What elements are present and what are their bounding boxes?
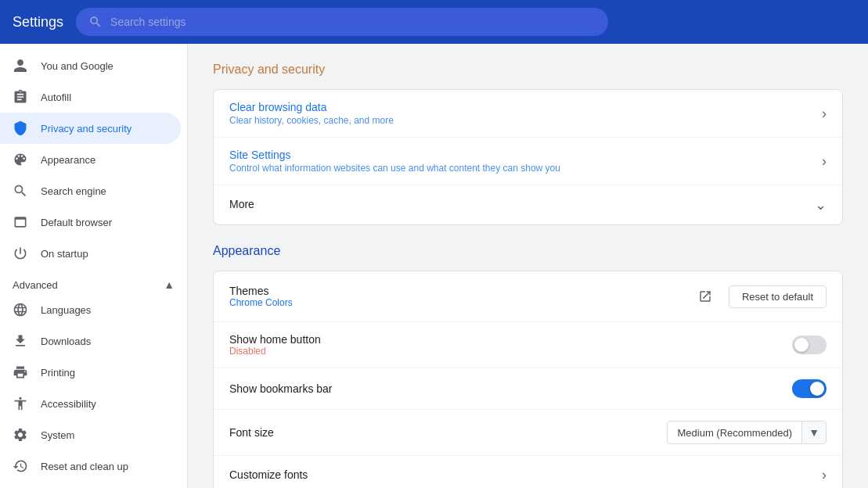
search-icon — [88, 15, 103, 29]
sidebar-label-on-startup: On startup — [41, 248, 88, 260]
font-size-row: Font size Medium (Recommended) ▼ — [214, 410, 842, 456]
themes-title: Themes — [229, 285, 691, 297]
sidebar-item-languages[interactable]: Languages — [0, 294, 181, 325]
show-bookmarks-bar-title: Show bookmarks bar — [229, 382, 792, 395]
font-size-label: Font size — [229, 426, 667, 439]
assignment-icon — [13, 89, 28, 105]
sidebar-item-printing[interactable]: Printing — [0, 357, 181, 388]
print-icon — [13, 364, 28, 380]
sidebar-label-downloads: Downloads — [41, 336, 91, 347]
site-settings-row[interactable]: Site Settings Control what information w… — [214, 138, 842, 185]
sidebar-item-appearance[interactable]: Appearance — [0, 144, 181, 175]
themes-actions: Reset to default — [691, 282, 827, 310]
more-content: More — [229, 198, 815, 212]
clear-browsing-data-subtitle: Clear history, cookies, cache, and more — [229, 115, 822, 126]
palette-icon — [13, 152, 28, 167]
sidebar-item-reset-and-clean-up[interactable]: Reset and clean up — [0, 450, 181, 482]
sidebar-item-autofill[interactable]: Autofill — [0, 81, 181, 113]
sidebar-item-downloads[interactable]: Downloads — [0, 325, 181, 357]
themes-subtitle: Chrome Colors — [229, 297, 691, 308]
sidebar-label-reset: Reset and clean up — [41, 461, 128, 472]
privacy-section-title: Privacy and security — [213, 63, 843, 77]
sidebar-label-printing: Printing — [41, 367, 75, 379]
shield-icon — [13, 120, 28, 136]
clear-browsing-data-title: Clear browsing data — [229, 101, 822, 113]
header: Settings — [0, 0, 868, 44]
clear-browsing-data-row[interactable]: Clear browsing data Clear history, cooki… — [214, 90, 842, 138]
arrow-right-icon: › — [822, 106, 827, 122]
globe-icon — [13, 302, 28, 318]
sidebar-label-privacy: Privacy and security — [41, 123, 131, 135]
settings-icon — [13, 427, 28, 443]
customize-fonts-row[interactable]: Customize fonts › — [214, 456, 842, 488]
appearance-card: Themes Chrome Colors Reset to default Sh… — [213, 271, 843, 488]
font-size-select[interactable]: Medium (Recommended) ▼ — [667, 421, 827, 444]
sidebar-label-accessibility: Accessibility — [41, 398, 96, 410]
show-home-button-title: Show home button — [229, 333, 792, 346]
font-size-dropdown-arrow[interactable]: ▼ — [801, 422, 826, 443]
toggle-slider-bookmarks — [792, 379, 827, 398]
layout: You and Google Autofill Privacy and secu… — [0, 44, 868, 488]
toggle-slider-home — [792, 336, 827, 354]
sidebar-item-accessibility[interactable]: Accessibility — [0, 388, 181, 419]
external-link-icon — [698, 289, 712, 303]
sidebar: You and Google Autofill Privacy and secu… — [0, 44, 188, 488]
advanced-section-header[interactable]: Advanced ▲ — [0, 269, 187, 294]
privacy-card: Clear browsing data Clear history, cooki… — [213, 89, 843, 225]
show-home-button-subtitle: Disabled — [229, 346, 792, 357]
sidebar-item-default-browser[interactable]: Default browser — [0, 206, 181, 238]
show-bookmarks-bar-row: Show bookmarks bar — [214, 368, 842, 410]
reset-to-default-button[interactable]: Reset to default — [729, 285, 827, 308]
accessibility-icon — [13, 396, 28, 411]
sidebar-label-you-and-google: You and Google — [41, 60, 113, 72]
search-nav-icon — [13, 183, 28, 199]
sidebar-item-system[interactable]: System — [0, 419, 181, 450]
download-icon — [13, 333, 28, 349]
sidebar-label-system: System — [41, 429, 74, 441]
app-title: Settings — [13, 14, 63, 30]
chevron-down-icon: ⌄ — [815, 196, 827, 214]
search-input[interactable] — [110, 16, 596, 28]
site-settings-content: Site Settings Control what information w… — [229, 149, 822, 174]
sidebar-label-appearance: Appearance — [41, 154, 95, 166]
site-settings-subtitle: Control what information websites can us… — [229, 163, 822, 174]
advanced-label: Advanced — [13, 279, 58, 291]
more-title: More — [229, 198, 815, 210]
sidebar-item-you-and-google[interactable]: You and Google — [0, 50, 181, 81]
sidebar-item-privacy-and-security[interactable]: Privacy and security — [0, 113, 181, 144]
search-bar[interactable] — [76, 8, 608, 36]
show-home-button-content: Show home button Disabled — [229, 333, 792, 357]
sidebar-label-search-engine: Search engine — [41, 185, 106, 197]
appearance-section-title: Appearance — [213, 244, 843, 258]
show-home-button-toggle[interactable] — [792, 336, 827, 354]
sidebar-label-languages: Languages — [41, 304, 91, 316]
person-icon — [13, 58, 28, 74]
font-size-value: Medium (Recommended) — [668, 422, 801, 443]
chevron-up-icon: ▲ — [164, 278, 175, 291]
show-bookmarks-bar-content: Show bookmarks bar — [229, 382, 792, 395]
show-home-button-row: Show home button Disabled — [214, 322, 842, 368]
themes-content: Themes Chrome Colors — [229, 285, 691, 308]
history-icon — [13, 458, 28, 474]
themes-row: Themes Chrome Colors Reset to default — [214, 271, 842, 322]
more-row[interactable]: More ⌄ — [214, 185, 842, 224]
customize-fonts-title: Customize fonts — [229, 468, 822, 481]
sidebar-label-autofill: Autofill — [41, 92, 71, 103]
browser-icon — [13, 214, 28, 230]
show-bookmarks-bar-toggle[interactable] — [792, 379, 827, 398]
external-link-button[interactable] — [691, 282, 719, 310]
main-content: Privacy and security Clear browsing data… — [188, 44, 868, 488]
arrow-right-customize-icon: › — [822, 467, 827, 483]
power-icon — [13, 246, 28, 261]
customize-fonts-content: Customize fonts — [229, 468, 822, 483]
arrow-right-icon-2: › — [822, 153, 827, 170]
sidebar-item-search-engine[interactable]: Search engine — [0, 175, 181, 206]
site-settings-title: Site Settings — [229, 149, 822, 161]
clear-browsing-data-content: Clear browsing data Clear history, cooki… — [229, 101, 822, 126]
sidebar-label-default-browser: Default browser — [41, 217, 112, 228]
sidebar-item-on-startup[interactable]: On startup — [0, 238, 181, 269]
